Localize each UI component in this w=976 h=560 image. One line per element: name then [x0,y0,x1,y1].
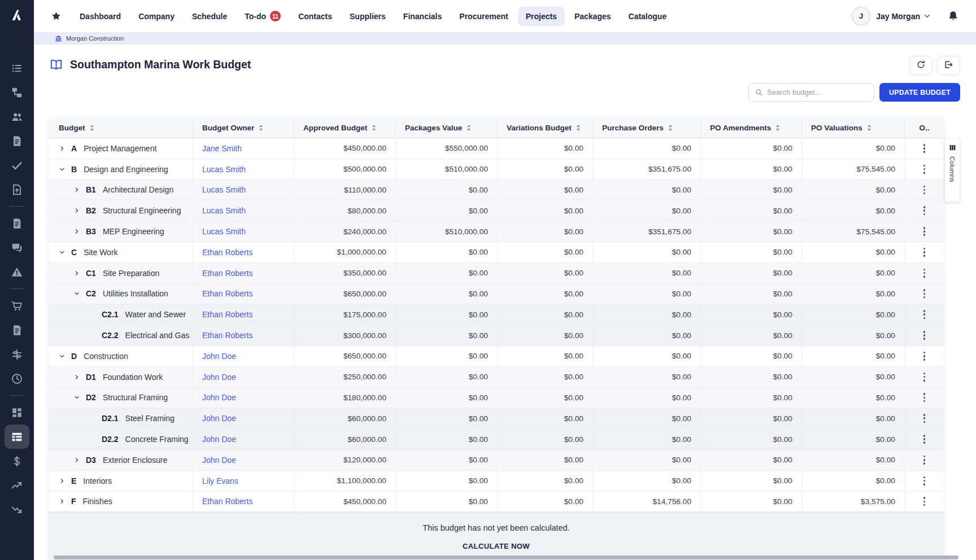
nav-item-projects[interactable]: Projects [518,7,565,26]
nav-item-schedule[interactable]: Schedule [184,7,235,26]
nav-item-company[interactable]: Company [130,7,182,26]
search-input[interactable] [767,88,868,97]
row-menu-kebab-icon[interactable] [921,432,929,447]
nav-item-financials[interactable]: Financials [395,7,450,26]
nav-item-suppliers[interactable]: Suppliers [342,7,394,26]
update-budget-button[interactable]: UPDATE BUDGET [879,83,960,102]
owner-link[interactable]: John Doe [202,414,236,423]
row-menu-kebab-icon[interactable] [921,370,929,384]
row-menu-kebab-icon[interactable] [921,474,929,488]
row-menu-kebab-icon[interactable] [921,307,929,322]
column-header-budget-owner[interactable]: Budget Owner [193,118,294,138]
expand-chevron-icon[interactable] [73,207,81,214]
nav-item-contacts[interactable]: Contacts [290,7,340,26]
sidebar-item-document[interactable] [5,211,29,235]
owner-link[interactable]: Lucas Smith [202,185,246,194]
owner-link[interactable]: Ethan Roberts [202,331,253,340]
owner-link[interactable]: Ethan Roberts [202,310,253,319]
expand-chevron-icon[interactable] [73,457,81,463]
row-menu-kebab-icon[interactable] [921,453,929,467]
app-logo[interactable] [0,0,34,32]
sort-icon[interactable] [90,125,94,131]
nav-item-to-do[interactable]: To-do11 [237,6,289,27]
row-menu-kebab-icon[interactable] [921,141,929,156]
sort-icon[interactable] [259,125,263,131]
collapse-chevron-icon[interactable] [59,249,66,256]
column-header-approved-budget[interactable]: Approved Budget [294,118,396,138]
column-header-variations-budget[interactable]: Variations Budget [498,118,593,138]
expand-chevron-icon[interactable] [59,498,66,505]
owner-link[interactable]: Ethan Roberts [202,289,253,298]
row-menu-kebab-icon[interactable] [921,411,929,426]
sidebar-item-trend-up[interactable] [5,473,29,497]
expand-chevron-icon[interactable] [73,270,81,277]
owner-link[interactable]: John Doe [202,373,236,382]
expand-chevron-icon[interactable] [59,478,66,484]
favorites-star-icon[interactable] [51,11,62,21]
row-menu-kebab-icon[interactable] [921,266,929,281]
expand-chevron-icon[interactable] [73,228,81,235]
nav-item-packages[interactable]: Packages [567,7,619,26]
collapse-chevron-icon[interactable] [73,394,81,401]
owner-link[interactable]: John Doe [202,456,236,465]
sidebar-item-clock[interactable] [5,366,29,391]
column-header-po-amendments[interactable]: PO Amendments [701,118,802,138]
column-header-packages-value[interactable]: Packages Value [396,118,498,138]
sidebar-item-table[interactable] [5,425,29,449]
expand-chevron-icon[interactable] [73,186,81,193]
sidebar-item-document[interactable] [5,318,29,342]
export-button[interactable] [937,56,960,75]
sidebar-item-trend-down[interactable] [5,497,29,522]
row-menu-kebab-icon[interactable] [921,390,929,405]
user-name[interactable]: Jay Morgan [876,12,920,21]
breadcrumb-label[interactable]: Morgan Construction [66,35,124,42]
collapse-chevron-icon[interactable] [73,290,81,297]
sort-icon[interactable] [467,125,470,131]
expand-chevron-icon[interactable] [73,374,81,380]
row-menu-kebab-icon[interactable] [921,183,929,198]
column-header-po-valuations[interactable]: PO Valuations [802,118,905,138]
sidebar-item-list[interactable] [5,56,29,80]
sort-icon[interactable] [577,125,580,131]
collapse-chevron-icon[interactable] [59,353,66,360]
row-menu-kebab-icon[interactable] [921,203,929,218]
sidebar-item-dollar[interactable] [5,449,29,473]
sort-icon[interactable] [669,125,672,131]
row-menu-kebab-icon[interactable] [921,162,929,177]
owner-link[interactable]: Lucas Smith [202,227,246,236]
row-menu-kebab-icon[interactable] [921,286,929,301]
owner-link[interactable]: Lucas Smith [202,165,246,174]
collapse-chevron-icon[interactable] [59,166,66,173]
notifications-bell-icon[interactable] [947,10,959,22]
column-header-purchase-orders[interactable]: Purchase Orders [593,118,701,138]
columns-panel-tab[interactable]: Columns [945,139,960,202]
owner-link[interactable]: Lucas Smith [202,206,246,215]
owner-link[interactable]: Ethan Roberts [202,248,253,257]
refresh-button[interactable] [909,56,933,75]
avatar[interactable]: J [852,7,870,25]
owner-link[interactable]: Ethan Roberts [202,497,253,506]
sidebar-item-grid[interactable] [5,400,29,425]
sidebar-item-hierarchy[interactable] [5,80,29,104]
sidebar-item-warning[interactable] [5,260,29,284]
sidebar-item-file-upload[interactable] [5,177,29,202]
row-menu-kebab-icon[interactable] [921,494,929,509]
expand-chevron-icon[interactable] [59,145,66,152]
owner-link[interactable]: John Doe [202,393,236,402]
owner-link[interactable]: John Doe [202,435,236,444]
horizontal-scrollbar[interactable] [54,555,958,559]
sort-icon[interactable] [868,125,871,131]
nav-item-procurement[interactable]: Procurement [451,7,516,26]
calculate-now-button[interactable]: CALCULATE NOW [463,542,530,550]
row-menu-kebab-icon[interactable] [921,349,929,364]
sidebar-item-sliders[interactable] [5,342,29,366]
nav-item-dashboard[interactable]: Dashboard [72,7,129,26]
sidebar-item-check[interactable] [5,153,29,177]
sidebar-item-cart[interactable] [5,294,29,318]
owner-link[interactable]: John Doe [202,352,236,361]
sidebar-item-chat[interactable] [5,235,29,260]
nav-item-catalogue[interactable]: Catalogue [621,7,675,26]
row-menu-kebab-icon[interactable] [921,224,929,239]
sidebar-item-users[interactable] [5,104,29,129]
column-header-budget[interactable]: Budget [49,118,193,138]
